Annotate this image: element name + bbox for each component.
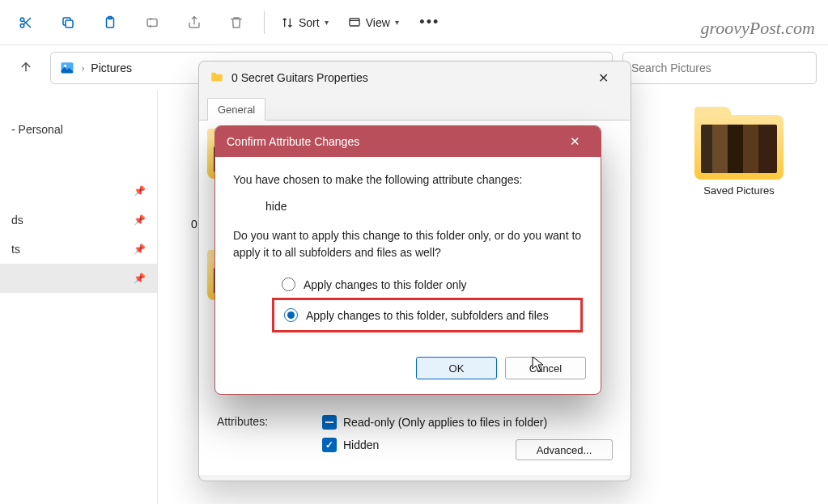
sidebar-item[interactable]: 📌 — [0, 264, 157, 293]
arrow-up-icon — [19, 60, 33, 77]
highlight-annotation: Apply changes to this folder, subfolders… — [272, 298, 583, 332]
confirm-text-1: You have chosen to make the following at… — [233, 172, 583, 188]
confirm-buttons: OK Cancel — [215, 345, 601, 394]
svg-rect-5 — [147, 19, 157, 26]
readonly-checkbox-row[interactable]: Read-only (Only applies to files in fold… — [322, 415, 613, 430]
share-icon — [187, 15, 202, 30]
more-button[interactable]: ••• — [410, 6, 449, 39]
sort-icon — [281, 16, 294, 29]
pin-icon: 📌 — [134, 244, 146, 255]
close-button[interactable]: ✕ — [587, 66, 619, 90]
search-input[interactable]: Search Pictures — [622, 52, 817, 84]
pin-icon: 📌 — [134, 185, 146, 197]
paste-button[interactable] — [91, 6, 130, 39]
radio-icon — [282, 277, 295, 291]
view-button[interactable]: View ▾ — [340, 6, 407, 39]
ellipsis-icon: ••• — [419, 14, 439, 31]
advanced-button[interactable]: Advanced... — [516, 439, 613, 460]
pictures-icon — [59, 59, 75, 78]
rename-icon — [145, 15, 159, 30]
delete-button[interactable] — [217, 6, 256, 39]
clipboard-icon — [103, 15, 117, 30]
sidebar: - Personal 📌 ds 📌 ts 📌 📌 — [0, 91, 158, 504]
attributes-label: Attributes: — [217, 415, 322, 428]
breadcrumb-label: Pictures — [91, 61, 132, 74]
rename-button[interactable] — [133, 6, 172, 39]
attributes-section: Attributes: Read-only (Only applies to f… — [217, 415, 613, 460]
sort-button[interactable]: Sort ▾ — [273, 6, 337, 39]
confirm-dialog: Confirm Attribute Changes ✕ You have cho… — [214, 125, 601, 395]
trash-icon — [229, 15, 244, 30]
properties-titlebar[interactable]: 0 Secret Guitars Properties ✕ — [199, 61, 631, 94]
readonly-label: Read-only (Only applies to files in fold… — [343, 416, 547, 429]
pin-icon: 📌 — [134, 214, 146, 226]
svg-point-1 — [20, 23, 24, 28]
sidebar-item[interactable]: ds 📌 — [0, 205, 157, 235]
sidebar-item[interactable]: 📌 — [0, 176, 157, 205]
copy-button[interactable] — [49, 6, 87, 39]
confirm-text-2: Do you want to apply this change to this… — [233, 227, 583, 261]
folder-label: Saved Pictures — [703, 184, 774, 197]
pin-icon: 📌 — [134, 273, 146, 284]
properties-title: 0 Secret Guitars Properties — [231, 71, 368, 84]
ok-button[interactable]: OK — [416, 357, 497, 379]
folder-icon — [694, 115, 783, 180]
confirm-change: hide — [233, 188, 583, 227]
up-button[interactable] — [11, 53, 40, 83]
close-icon: ✕ — [598, 70, 609, 86]
folder-icon — [210, 71, 223, 85]
radio-subfolders[interactable]: Apply changes to this folder, subfolders… — [274, 303, 574, 327]
confirm-titlebar[interactable]: Confirm Attribute Changes ✕ — [215, 126, 601, 157]
copy-icon — [61, 15, 75, 30]
scissors-icon — [19, 15, 33, 30]
sidebar-item-personal[interactable]: - Personal — [0, 115, 157, 144]
sort-label: Sort — [299, 16, 320, 29]
sidebar-label: ds — [11, 214, 23, 227]
confirm-title: Confirm Attribute Changes — [227, 135, 359, 148]
folder-label: 0 — [191, 218, 197, 231]
radio-selected-icon — [284, 308, 298, 322]
watermark: groovyPost.com — [700, 18, 815, 39]
share-button[interactable] — [175, 6, 214, 39]
checkbox-checked-icon — [322, 438, 337, 452]
svg-point-8 — [64, 64, 66, 66]
confirm-body: You have chosen to make the following at… — [215, 157, 601, 345]
folder-item[interactable]: Saved Pictures — [682, 115, 796, 197]
view-icon — [348, 16, 361, 29]
cancel-button[interactable]: Cancel — [505, 357, 586, 379]
radio-folder-only[interactable]: Apply changes to this folder only — [233, 273, 583, 296]
radio-label: Apply changes to this folder, subfolders… — [306, 309, 549, 322]
tab-general[interactable]: General — [207, 98, 265, 121]
svg-rect-2 — [66, 20, 73, 28]
close-button[interactable]: ✕ — [560, 130, 589, 153]
chevron-right-icon: › — [82, 64, 84, 73]
sidebar-item[interactable]: ts 📌 — [0, 235, 157, 264]
close-icon: ✕ — [570, 134, 580, 149]
chevron-down-icon: ▾ — [325, 18, 329, 27]
checkbox-indeterminate-icon — [322, 415, 337, 430]
svg-point-0 — [20, 18, 24, 22]
svg-rect-6 — [350, 18, 359, 25]
toolbar-separator — [264, 11, 265, 34]
radio-label: Apply changes to this folder only — [304, 278, 467, 291]
search-placeholder: Search Pictures — [631, 61, 711, 74]
properties-tabs: General — [199, 97, 631, 121]
hidden-label: Hidden — [343, 438, 379, 451]
sidebar-label: ts — [11, 243, 20, 256]
chevron-down-icon: ▾ — [395, 18, 399, 27]
sidebar-label: - Personal — [11, 123, 63, 136]
cut-button[interactable] — [6, 6, 45, 39]
view-label: View — [366, 16, 390, 29]
